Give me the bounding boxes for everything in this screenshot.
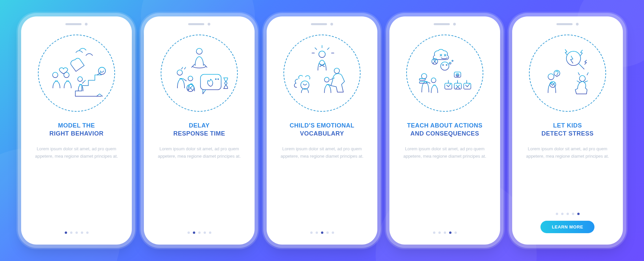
page-dots [556,213,580,215]
page-dot[interactable] [209,231,211,234]
phone-notch [426,22,463,27]
learn-more-button[interactable]: LEARN MORE [540,221,594,233]
svg-point-24 [431,78,436,83]
svg-point-16 [441,62,449,70]
screen-title: MODEL THERIGHT BEHAVIOR [48,121,105,138]
model-behavior-icon [38,35,115,112]
detect-stress-icon [529,35,606,112]
svg-point-30 [566,51,580,65]
screen-body: Lorem ipsum dolor sit amet, ad pro quem … [398,145,491,231]
onboarding-screen: MODEL THERIGHT BEHAVIOR Lorem ipsum dolo… [21,16,132,245]
screen-title: CHILD'S EMOTIONALVOCABULARY [288,121,356,138]
screen-title: DELAYRESPONSE TIME [172,121,227,138]
svg-point-13 [334,68,339,73]
onboarding-screen: CHILD'S EMOTIONALVOCABULARY Lorem ipsum … [267,16,377,245]
svg-point-5 [177,70,182,75]
svg-point-19 [449,62,451,64]
svg-point-21 [421,73,427,79]
page-dots [310,231,334,234]
page-dot[interactable] [449,231,451,234]
page-dots [187,231,211,234]
page-dot[interactable] [321,231,323,234]
onboarding-row: MODEL THERIGHT BEHAVIOR Lorem ipsum dolo… [0,0,644,261]
svg-rect-22 [419,79,425,80]
onboarding-screen: DELAYRESPONSE TIME Lorem ipsum dolor sit… [144,16,255,245]
screen-body: Lorem ipsum dolor sit amet, ad pro quem … [275,145,369,231]
page-dot[interactable] [326,231,329,234]
phone-notch [304,22,340,27]
svg-point-31 [548,74,554,80]
page-dot[interactable] [198,231,201,234]
page-dot[interactable] [438,231,441,234]
page-dot[interactable] [577,213,580,215]
page-dot[interactable] [567,213,569,215]
svg-point-4 [196,48,202,54]
onboarding-screen: LET KIDSDETECT STRESS Lorem ipsum dolor … [512,16,623,245]
page-dots [433,231,457,234]
screen-body: Lorem ipsum dolor sit amet, ad pro quem … [521,145,614,213]
page-dot[interactable] [187,231,190,234]
screen-body: Lorem ipsum dolor sit amet, ad pro quem … [30,145,123,231]
page-dot[interactable] [444,231,446,234]
svg-point-6 [188,76,193,81]
phone-notch [181,22,218,27]
svg-point-14 [324,77,329,82]
page-dot[interactable] [193,231,195,234]
svg-rect-23 [419,82,427,83]
emotional-vocabulary-icon [283,35,361,112]
page-dot[interactable] [310,231,313,234]
page-dot[interactable] [204,231,206,234]
svg-point-0 [53,72,58,77]
page-dot[interactable] [65,231,67,234]
page-dot[interactable] [86,231,89,234]
screen-title: LET KIDSDETECT STRESS [540,121,595,138]
phone-notch [58,22,95,27]
svg-point-34 [579,75,585,82]
svg-point-20 [452,60,453,61]
page-dot[interactable] [81,231,83,234]
page-dot[interactable] [561,213,564,215]
page-dot[interactable] [556,213,558,215]
svg-point-3 [78,77,83,82]
page-dots [65,231,89,234]
onboarding-screen: TEACH ABOUT ACTIONSAND CONSEQUENCES Lore… [389,16,500,245]
svg-rect-27 [454,83,461,89]
actions-consequences-icon [406,35,483,112]
screen-body: Lorem ipsum dolor sit amet, ad pro quem … [153,145,246,231]
svg-point-18 [446,64,447,65]
screen-title: TEACH ABOUT ACTIONSAND CONSEQUENCES [406,121,484,138]
svg-point-10 [218,79,219,80]
svg-point-9 [215,79,216,80]
svg-point-11 [319,51,325,57]
svg-point-17 [442,64,443,65]
page-dot[interactable] [572,213,574,215]
delay-response-icon [161,35,238,112]
page-dot[interactable] [70,231,72,234]
page-dot[interactable] [316,231,318,234]
phone-notch [549,22,586,27]
page-dot[interactable] [454,231,457,234]
page-dot[interactable] [75,231,78,234]
svg-rect-8 [201,74,221,90]
page-dot[interactable] [332,231,334,234]
page-dot[interactable] [433,231,435,234]
